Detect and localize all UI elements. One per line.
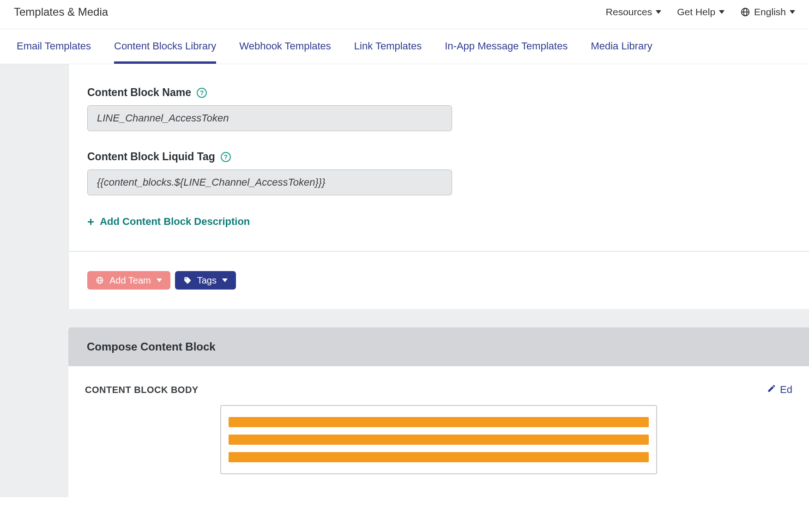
field-content-block-name: Content Block Name ? — [87, 86, 791, 131]
content-block-form: Content Block Name ? Content Block Liqui… — [68, 64, 809, 251]
page-title: Templates & Media — [14, 6, 108, 18]
add-team-button[interactable]: Add Team — [87, 271, 170, 290]
resources-menu[interactable]: Resources — [606, 6, 661, 18]
top-bar: Templates & Media Resources Get Help Eng… — [0, 0, 809, 29]
field-content-block-liquid-tag: Content Block Liquid Tag ? — [87, 151, 791, 195]
tags-label: Tags — [197, 276, 217, 285]
tab-content-blocks-library[interactable]: Content Blocks Library — [114, 29, 216, 64]
globe-icon — [96, 276, 104, 284]
content-block-name-label: Content Block Name — [87, 86, 191, 99]
tab-webhook-templates[interactable]: Webhook Templates — [239, 29, 331, 64]
content-block-body-preview[interactable] — [220, 405, 657, 474]
compose-body: CONTENT BLOCK BODY Ed — [68, 366, 809, 497]
tags-button[interactable]: Tags — [175, 271, 236, 290]
add-description-button[interactable]: + Add Content Block Description — [87, 216, 250, 228]
chevron-down-icon — [656, 10, 661, 14]
resources-label: Resources — [606, 6, 652, 18]
tab-media-library[interactable]: Media Library — [591, 29, 652, 64]
chevron-down-icon — [719, 10, 724, 14]
add-description-label: Add Content Block Description — [100, 216, 250, 228]
content-block-body-label: CONTENT BLOCK BODY — [85, 385, 199, 395]
pencil-icon — [767, 384, 776, 396]
redacted-line — [229, 435, 649, 445]
language-menu[interactable]: English — [740, 6, 795, 18]
tag-icon — [183, 276, 192, 284]
chevron-down-icon — [222, 278, 228, 282]
edit-label: Ed — [780, 384, 792, 396]
add-team-label: Add Team — [109, 276, 151, 285]
tab-strip: Email Templates Content Blocks Library W… — [0, 29, 809, 64]
tab-link-templates[interactable]: Link Templates — [354, 29, 422, 64]
compose-heading: Compose Content Block — [68, 327, 809, 366]
get-help-label: Get Help — [677, 6, 715, 18]
liquid-tag-input[interactable] — [87, 169, 452, 195]
tab-in-app-message-templates[interactable]: In-App Message Templates — [445, 29, 568, 64]
chevron-down-icon — [157, 278, 162, 282]
help-icon[interactable]: ? — [197, 88, 207, 98]
page-body: Content Block Name ? Content Block Liqui… — [0, 64, 809, 497]
globe-icon — [740, 7, 750, 17]
get-help-menu[interactable]: Get Help — [677, 6, 724, 18]
team-tags-row: Add Team Tags — [68, 251, 809, 309]
language-label: English — [754, 6, 786, 18]
content-block-name-input[interactable] — [87, 105, 452, 131]
chevron-down-icon — [790, 10, 795, 14]
plus-icon: + — [87, 216, 94, 228]
help-icon[interactable]: ? — [221, 152, 231, 162]
top-bar-right: Resources Get Help English — [606, 6, 795, 18]
liquid-tag-label: Content Block Liquid Tag — [87, 151, 215, 163]
redacted-line — [229, 452, 649, 462]
edit-button[interactable]: Ed — [767, 384, 792, 396]
redacted-line — [229, 417, 649, 427]
tab-email-templates[interactable]: Email Templates — [17, 29, 91, 64]
